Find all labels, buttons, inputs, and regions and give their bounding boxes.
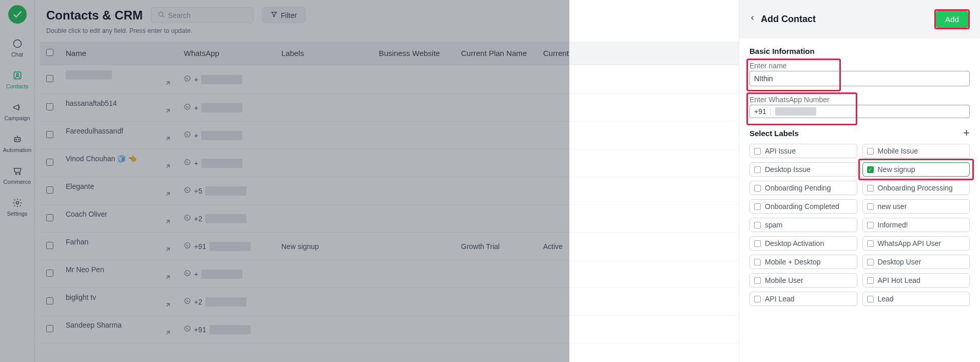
svg-point-17 [185, 271, 190, 276]
row-checkbox[interactable] [46, 186, 53, 194]
labels-grid: API IssueMobile IssueDesktop Issue✓New s… [750, 144, 970, 306]
label-text: Onboarding Processing [878, 184, 953, 192]
open-contact-icon[interactable] [164, 246, 171, 255]
label-chip[interactable]: Desktop Activation [750, 236, 857, 251]
label-chip[interactable]: WhatsApp API User [862, 236, 970, 251]
cell-labels [275, 149, 373, 177]
back-icon[interactable] [750, 13, 756, 25]
nav-settings[interactable]: Settings [0, 194, 35, 220]
nav-commerce[interactable]: Commerce [0, 162, 35, 188]
label-text: Mobile + Desktop [765, 258, 821, 266]
label-chip[interactable]: Informed! [862, 218, 970, 232]
row-checkbox[interactable] [46, 131, 53, 138]
open-contact-icon[interactable] [164, 80, 171, 88]
label-chip[interactable]: ✓New signup [862, 162, 970, 177]
wa-prefix: +2 [194, 215, 202, 223]
row-checkbox[interactable] [46, 270, 53, 277]
nav-campaign[interactable]: Campaign [0, 99, 35, 124]
wa-prefix: + [194, 131, 198, 140]
col-whatsapp[interactable]: WhatsApp [178, 42, 275, 65]
open-contact-icon[interactable] [164, 218, 171, 227]
whatsapp-icon [184, 325, 191, 334]
nav-label: Settings [7, 211, 28, 217]
label-chip[interactable]: Desktop Issue [750, 162, 857, 177]
contact-name: biglight tv [66, 293, 96, 301]
svg-point-15 [185, 215, 190, 221]
select-labels-title: Select Labels [750, 129, 799, 138]
label-text: API Hot Lead [878, 276, 920, 284]
label-chip[interactable]: Mobile User [750, 273, 857, 288]
label-chip[interactable]: Desktop User [862, 255, 970, 269]
open-contact-icon[interactable] [164, 190, 171, 199]
col-website[interactable]: Business Website [373, 42, 455, 65]
checkbox-icon [867, 185, 874, 192]
row-checkbox[interactable] [46, 325, 53, 332]
label-chip[interactable]: Onboarding Processing [862, 181, 970, 195]
row-checkbox[interactable] [46, 103, 53, 110]
contact-name: Sandeep Sharma [66, 321, 122, 329]
open-contact-icon[interactable] [164, 135, 171, 144]
redacted-number [209, 325, 251, 334]
nav-chat[interactable]: Chat [0, 35, 35, 61]
whatsapp-input[interactable]: +91 | [750, 105, 970, 118]
contact-name: Mr Neo Pen [66, 265, 104, 274]
checkbox-icon [754, 296, 761, 302]
label-chip[interactable]: Mobile + Desktop [750, 255, 857, 269]
row-checkbox[interactable] [46, 297, 53, 304]
redacted-number [201, 159, 242, 168]
label-chip[interactable]: Onboarding Completed [750, 199, 857, 214]
col-name[interactable]: Name [60, 42, 178, 65]
cell-website [373, 260, 455, 288]
label-chip[interactable]: Mobile Issue [862, 144, 970, 158]
name-input[interactable] [750, 71, 970, 86]
svg-point-9 [159, 12, 163, 16]
svg-point-6 [15, 174, 17, 175]
open-contact-icon[interactable] [164, 301, 171, 310]
label-chip[interactable]: API Lead [750, 292, 857, 306]
redacted-number [201, 75, 242, 84]
cell-website [373, 149, 455, 177]
wa-prefix: + [194, 270, 198, 278]
row-checkbox[interactable] [46, 242, 53, 249]
open-contact-icon[interactable] [164, 163, 171, 172]
col-plan[interactable]: Current Plan Name [455, 42, 537, 65]
whatsapp-icon [184, 214, 191, 223]
cell-website [373, 94, 455, 122]
nav-automation[interactable]: Automation [0, 130, 35, 156]
cell-plan [455, 122, 537, 149]
filter-button[interactable]: Filter [262, 7, 305, 23]
whatsapp-icon [184, 159, 191, 167]
contacts-icon [12, 70, 23, 81]
svg-point-18 [185, 298, 190, 304]
label-chip[interactable]: API Issue [750, 144, 857, 158]
label-text: API Lead [765, 295, 795, 303]
app-logo [8, 5, 27, 24]
label-chip[interactable]: new user [862, 199, 970, 214]
label-chip[interactable]: API Hot Lead [862, 273, 970, 288]
select-all-checkbox[interactable] [46, 49, 53, 56]
row-checkbox[interactable] [46, 159, 53, 166]
cell-labels [275, 288, 373, 316]
label-text: Desktop Issue [765, 165, 811, 174]
nav-contacts[interactable]: Contacts [0, 67, 35, 92]
add-button[interactable]: Add [936, 11, 968, 28]
whatsapp-icon [184, 131, 191, 140]
add-label-button[interactable]: + [963, 127, 970, 139]
cell-website [373, 205, 455, 233]
label-chip[interactable]: Lead [862, 292, 970, 306]
label-text: New signup [878, 165, 915, 174]
page-title: Contacts & CRM [46, 8, 143, 23]
label-chip[interactable]: spam [750, 218, 857, 232]
row-checkbox[interactable] [46, 75, 53, 82]
row-checkbox[interactable] [46, 214, 53, 221]
filter-label: Filter [281, 11, 297, 20]
label-chip[interactable]: Onboarding Pending [750, 181, 857, 195]
open-contact-icon[interactable] [164, 274, 171, 282]
search-input[interactable]: Search [151, 7, 254, 23]
checkbox-icon [754, 166, 761, 173]
open-contact-icon[interactable] [164, 329, 171, 338]
open-contact-icon[interactable] [164, 107, 171, 116]
search-icon [158, 11, 165, 20]
col-labels[interactable]: Labels [275, 42, 373, 65]
cell-labels [275, 260, 373, 288]
